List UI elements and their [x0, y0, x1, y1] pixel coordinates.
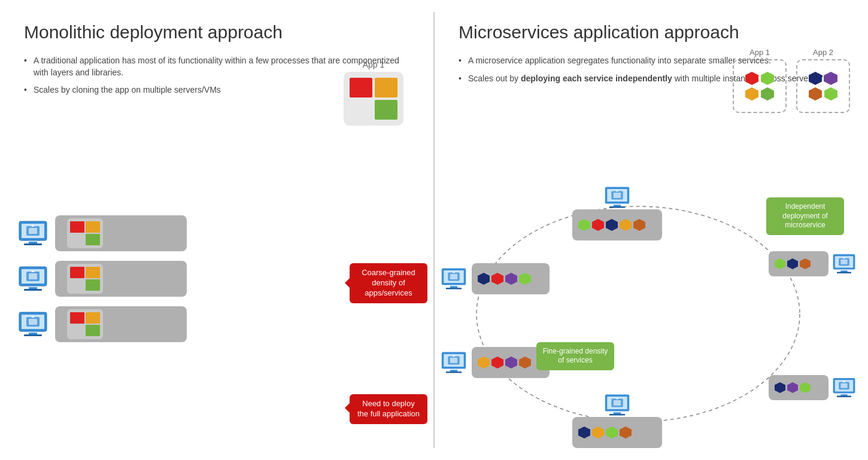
app-boxes-row: App 1 App 2	[733, 48, 850, 113]
svg-rect-10	[29, 273, 37, 279]
ms-app2-area: App 2	[796, 48, 850, 113]
svg-rect-3	[29, 228, 37, 234]
ms-app1-area: App 1	[733, 48, 787, 113]
mini-app-1	[67, 218, 103, 248]
ms-block-left	[472, 263, 550, 294]
monitor-right-top	[832, 253, 856, 275]
server-row-3	[18, 306, 187, 342]
monitor-left	[441, 267, 467, 291]
svg-rect-37	[446, 288, 462, 290]
right-panel: Microservices application approach A mic…	[435, 0, 868, 460]
svg-rect-44	[446, 371, 462, 373]
ms-server-bottom-left	[441, 347, 550, 378]
ms-block-bottom	[572, 417, 662, 448]
server-row-2	[18, 261, 187, 297]
ms-app2-label: App 2	[796, 48, 850, 57]
svg-rect-13	[24, 289, 42, 291]
svg-rect-34	[450, 274, 457, 279]
svg-rect-27	[614, 193, 621, 198]
server-row-1	[18, 215, 187, 251]
ms-block-right-top	[769, 251, 828, 276]
hex-lgreen-a2	[824, 87, 837, 100]
svg-rect-55	[840, 260, 847, 264]
mini-app-3	[67, 309, 103, 339]
ms-app2-box	[796, 59, 850, 113]
ms-app1-hexes	[739, 72, 781, 100]
right-title: Microservices application approach	[459, 22, 844, 43]
hex-purple-a2	[824, 72, 837, 85]
ms-server-top	[572, 185, 662, 240]
callout-deploy: Need to deploy the full application	[350, 394, 427, 424]
ms-server-left	[441, 263, 550, 294]
callout-independent: Independent deployment of microservice	[766, 197, 844, 235]
callout-fine-grained: Fine-grained density of services	[536, 342, 614, 370]
server-block-3	[55, 306, 187, 342]
svg-rect-62	[840, 383, 847, 388]
hex-green-a1	[761, 87, 774, 100]
sq-green-1	[375, 100, 397, 120]
hex-red-a1	[745, 72, 758, 85]
monitor-bottom	[604, 393, 630, 417]
svg-rect-41	[450, 358, 457, 363]
ms-server-right-bottom	[769, 375, 856, 400]
monitor-icon-3	[18, 311, 48, 337]
ms-app1-label: App 1	[733, 48, 787, 57]
monitor-icon-2	[18, 266, 48, 292]
app1-box	[344, 72, 403, 126]
hex-navy-a2	[809, 72, 822, 85]
monitor-top	[604, 185, 630, 209]
hex-lgreen-a1	[761, 72, 774, 85]
app1-label: App 1	[344, 60, 403, 69]
server-block-1	[55, 215, 187, 251]
svg-rect-65	[837, 396, 851, 397]
sq-empty-1	[350, 100, 372, 120]
monitor-bottom-left	[441, 351, 467, 374]
app1-area: App 1	[344, 60, 403, 126]
callout-coarse: Coarse-grained density of apps/services	[350, 263, 427, 303]
servers-container	[18, 215, 187, 342]
ms-app1-box	[733, 59, 787, 113]
svg-rect-51	[609, 414, 625, 416]
monitor-icon-1	[18, 220, 48, 246]
sq-yellow-1	[375, 78, 397, 98]
hex-yellow-a1	[745, 87, 758, 100]
server-block-2	[55, 261, 187, 297]
svg-rect-20	[24, 334, 42, 336]
svg-rect-48	[614, 400, 621, 406]
mini-app-2	[67, 264, 103, 294]
ms-app2-hexes	[802, 72, 844, 100]
left-title: Monolithic deployment approach	[24, 22, 409, 43]
svg-rect-58	[837, 272, 851, 273]
svg-rect-6	[24, 243, 42, 245]
ms-block-top	[572, 209, 662, 240]
ms-block-right-bottom	[769, 375, 828, 400]
left-panel: Monolithic deployment approach A traditi…	[0, 0, 433, 460]
ms-server-right-top	[769, 251, 856, 276]
ms-server-bottom	[572, 393, 662, 448]
monitor-right-bottom	[832, 377, 856, 398]
svg-rect-17	[29, 319, 37, 325]
hex-orange-a2	[809, 87, 822, 100]
sq-red-1	[350, 78, 372, 98]
ms-diagram: Fine-grained density of services Indepen…	[441, 185, 862, 448]
svg-rect-30	[609, 206, 625, 208]
